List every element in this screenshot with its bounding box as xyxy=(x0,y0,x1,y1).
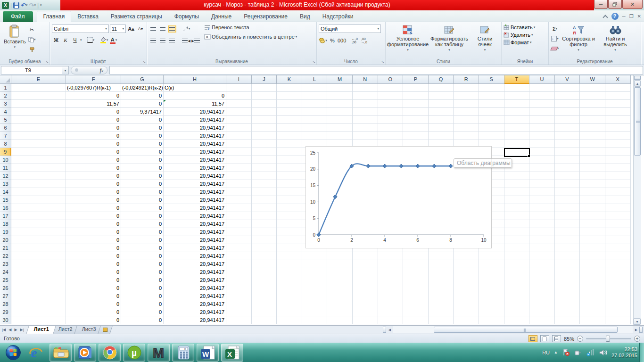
cell-S7[interactable] xyxy=(479,132,504,140)
cell-X17[interactable] xyxy=(605,212,631,220)
cell-O4[interactable] xyxy=(378,108,404,116)
cell-I3[interactable] xyxy=(226,100,252,108)
cell-K11[interactable] xyxy=(277,164,302,172)
row-header-5[interactable]: 5 xyxy=(0,116,11,124)
prev-sheet-button[interactable]: ◀ xyxy=(8,327,12,333)
cell-P4[interactable] xyxy=(403,108,429,116)
increase-decimal-button[interactable]: ←,0,00 xyxy=(350,36,359,45)
cell-N3[interactable] xyxy=(353,100,378,108)
cell-T16[interactable] xyxy=(504,204,530,212)
bold-button[interactable]: Ж xyxy=(52,36,60,44)
cell-I29[interactable] xyxy=(226,308,252,316)
cell-G7[interactable]: 0 xyxy=(121,132,164,140)
align-right-button[interactable] xyxy=(168,36,176,45)
row-header-25[interactable]: 25 xyxy=(0,276,11,284)
cell-L28[interactable] xyxy=(302,300,328,308)
dialog-launcher-icon[interactable]: ↘ xyxy=(381,60,384,64)
cell-I8[interactable] xyxy=(226,140,252,148)
cell-N1[interactable] xyxy=(353,84,378,92)
cell-N24[interactable] xyxy=(353,268,378,276)
cell-W4[interactable] xyxy=(580,108,605,116)
cell-K16[interactable] xyxy=(277,204,302,212)
cell-F12[interactable]: 0 xyxy=(66,172,121,180)
cell-H9[interactable]: 20,941417 xyxy=(164,148,226,156)
cell-K18[interactable] xyxy=(277,220,302,228)
cell-F10[interactable]: 0 xyxy=(66,156,121,164)
cell-G5[interactable]: 0 xyxy=(121,116,164,124)
column-header-O[interactable]: O xyxy=(378,75,404,84)
cell-M26[interactable] xyxy=(327,284,353,292)
cell-V27[interactable] xyxy=(555,292,580,300)
cell-E2[interactable] xyxy=(11,92,66,100)
cell-U29[interactable] xyxy=(529,308,555,316)
cell-X19[interactable] xyxy=(605,228,631,236)
cell-H17[interactable]: 20,941417 xyxy=(164,212,226,220)
row-header-4[interactable]: 4 xyxy=(0,108,11,116)
cell-Q26[interactable] xyxy=(429,284,454,292)
cell-U18[interactable] xyxy=(529,220,555,228)
cell-W25[interactable] xyxy=(580,276,605,284)
font-size-combo[interactable]: 11▾ xyxy=(110,25,126,33)
cell-O7[interactable] xyxy=(378,132,404,140)
column-header-H[interactable]: H xyxy=(164,75,226,84)
cell-G8[interactable]: 0 xyxy=(121,140,164,148)
cell-I18[interactable] xyxy=(226,220,252,228)
cell-Q6[interactable] xyxy=(429,124,454,132)
last-sheet-button[interactable]: ▶| xyxy=(19,327,25,333)
cell-G16[interactable]: 0 xyxy=(121,204,164,212)
cell-E19[interactable] xyxy=(11,228,66,236)
italic-button[interactable]: К xyxy=(61,36,70,44)
cell-W9[interactable] xyxy=(580,148,605,156)
cell-O2[interactable] xyxy=(378,92,404,100)
cell-O6[interactable] xyxy=(378,124,404,132)
cell-O1[interactable] xyxy=(378,84,404,92)
number-format-combo[interactable]: Общий▾ xyxy=(319,25,381,33)
cell-U3[interactable] xyxy=(529,100,555,108)
cell-J7[interactable] xyxy=(252,132,277,140)
collapse-ribbon-icon[interactable] xyxy=(603,15,608,18)
cell-T13[interactable] xyxy=(504,180,530,188)
cell-S25[interactable] xyxy=(479,276,504,284)
zoom-in-button[interactable]: + xyxy=(634,336,640,342)
cell-W23[interactable] xyxy=(580,260,605,268)
ribbon-tab-5[interactable]: Данные xyxy=(205,11,238,22)
row-header-12[interactable]: 12 xyxy=(0,172,11,180)
cell-H4[interactable]: 20,941417 xyxy=(164,108,226,116)
cell-G19[interactable]: 0 xyxy=(121,228,164,236)
cell-G28[interactable]: 0 xyxy=(121,300,164,308)
cell-K22[interactable] xyxy=(277,252,302,260)
row-header-13[interactable]: 13 xyxy=(0,180,11,188)
cell-Q24[interactable] xyxy=(429,268,454,276)
cell-H15[interactable]: 20,941417 xyxy=(164,196,226,204)
cell-K7[interactable] xyxy=(277,132,302,140)
cell-W28[interactable] xyxy=(580,300,605,308)
paste-button[interactable]: Вставить ▾ xyxy=(2,24,28,54)
orientation-button[interactable]: ▾ xyxy=(182,25,190,33)
cell-E18[interactable] xyxy=(11,220,66,228)
cell-G1[interactable]: (-0,024921)R(к-2) xyxy=(121,84,164,92)
decrease-decimal-button[interactable]: ,00→,0 xyxy=(360,36,368,45)
insert-sheet-button[interactable] xyxy=(98,326,113,334)
row-header-3[interactable]: 3 xyxy=(0,100,11,108)
cell-X21[interactable] xyxy=(605,244,631,252)
cell-X3[interactable] xyxy=(605,100,631,108)
cell-S1[interactable] xyxy=(479,84,504,92)
scroll-left-arrow[interactable]: ◀ xyxy=(387,327,393,333)
cell-G15[interactable]: 0 xyxy=(121,196,164,204)
align-top-button[interactable] xyxy=(149,25,157,33)
cell-K2[interactable] xyxy=(277,92,302,100)
cell-E14[interactable] xyxy=(11,188,66,196)
cell-Q25[interactable] xyxy=(429,276,454,284)
name-box-dropdown[interactable]: ▾ xyxy=(62,66,69,74)
cell-J12[interactable] xyxy=(252,172,277,180)
cell-E17[interactable] xyxy=(11,212,66,220)
cell-R29[interactable] xyxy=(454,308,479,316)
cell-U30[interactable] xyxy=(529,316,555,324)
percent-style-button[interactable]: % xyxy=(328,36,337,45)
cell-W27[interactable] xyxy=(580,292,605,300)
taskbar-explorer-button[interactable] xyxy=(50,344,72,362)
cell-J30[interactable] xyxy=(252,316,277,324)
column-header-S[interactable]: S xyxy=(479,75,504,84)
cell-H7[interactable]: 20,941417 xyxy=(164,132,226,140)
align-center-button[interactable] xyxy=(158,36,167,45)
